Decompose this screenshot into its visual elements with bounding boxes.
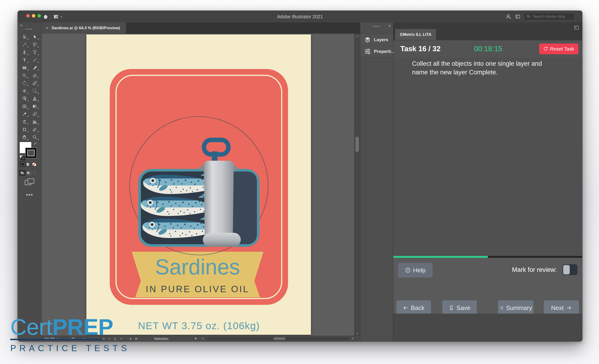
document-tab-strip: × Sardines.ai @ 64.3 % (RGB/Preview) bbox=[42, 22, 360, 34]
screen-mode-button[interactable] bbox=[25, 179, 34, 185]
reset-task-button[interactable]: Reset Task bbox=[539, 43, 579, 54]
tool-pen[interactable] bbox=[19, 48, 29, 56]
sliders-icon bbox=[364, 48, 371, 55]
save-button[interactable]: Save bbox=[442, 300, 477, 315]
scroll-left-icon[interactable] bbox=[201, 337, 204, 340]
label-subtitle: IN PURE OLIVE OIL bbox=[146, 284, 249, 294]
task-progress-fill bbox=[393, 256, 488, 258]
tool-symbol-sprayer[interactable] bbox=[19, 118, 29, 126]
tool-shaper[interactable] bbox=[19, 72, 29, 79]
tool-blend[interactable] bbox=[29, 110, 40, 118]
toolbar-drag-handle[interactable] bbox=[25, 28, 33, 30]
tool-paintbrush[interactable] bbox=[29, 64, 40, 72]
horizontal-scroll-thumb[interactable] bbox=[273, 337, 285, 340]
tool-line-segment[interactable] bbox=[29, 56, 40, 64]
panel-toggle-icon[interactable] bbox=[514, 13, 521, 20]
expand-dock-icon[interactable] bbox=[388, 24, 391, 28]
illustrator-window: Adobe Illustrator 2021 bbox=[18, 10, 582, 342]
task-instruction: Collect all the objects into one single … bbox=[412, 60, 559, 77]
edit-toolbar-icon[interactable]: ••• bbox=[18, 191, 41, 198]
gradient-button[interactable] bbox=[26, 162, 31, 167]
scroll-right-icon[interactable] bbox=[351, 337, 354, 340]
tool-hand[interactable] bbox=[19, 133, 29, 141]
layers-panel-button[interactable]: Layers bbox=[360, 34, 393, 45]
mark-for-review-label: Mark for review: bbox=[512, 266, 557, 273]
last-artboard-icon[interactable] bbox=[134, 337, 138, 340]
sardines-artwork: Sardines IN PURE OLIVE OIL bbox=[86, 35, 311, 335]
arrow-right-icon bbox=[566, 305, 572, 311]
gmetrix-header: Task 16 / 32 00:18:15 Reset Task bbox=[393, 40, 582, 58]
tool-free-transform[interactable] bbox=[29, 87, 40, 95]
watermark-brand-light: Cert bbox=[10, 314, 52, 340]
mark-for-review-toggle[interactable] bbox=[563, 264, 577, 275]
none-button[interactable] bbox=[31, 162, 37, 167]
tool-eyedropper[interactable] bbox=[19, 110, 29, 118]
summary-button[interactable]: Summary bbox=[498, 300, 533, 315]
tool-zoom[interactable] bbox=[29, 133, 40, 141]
color-button[interactable] bbox=[20, 162, 26, 167]
tool-selection[interactable] bbox=[19, 33, 29, 41]
tool-scale[interactable] bbox=[29, 79, 40, 87]
draw-inside-button[interactable] bbox=[32, 170, 38, 176]
dock-drag-handle[interactable] bbox=[373, 26, 380, 27]
status-menu-icon[interactable] bbox=[194, 337, 197, 340]
artboard[interactable]: Sardines IN PURE OLIVE OIL bbox=[86, 35, 311, 335]
back-button[interactable]: Back bbox=[396, 300, 431, 315]
gmetrix-body: Collect all the objects into one single … bbox=[393, 58, 582, 256]
panel-frame-icon[interactable] bbox=[574, 26, 579, 29]
gmetrix-footer bbox=[393, 314, 582, 341]
default-fill-stroke-icon[interactable] bbox=[20, 155, 24, 159]
horizontal-scrollbar[interactable] bbox=[206, 337, 350, 340]
swap-fill-stroke-icon[interactable] bbox=[33, 141, 37, 146]
scroll-down-icon[interactable] bbox=[356, 332, 359, 335]
certprep-watermark: CertPREP PRACTICE TESTS bbox=[10, 316, 130, 353]
tool-shape-builder[interactable] bbox=[19, 95, 29, 103]
tool-mesh[interactable] bbox=[19, 103, 29, 110]
tool-gradient[interactable] bbox=[29, 103, 40, 110]
tool-eraser[interactable] bbox=[29, 72, 40, 79]
tool-width[interactable] bbox=[19, 87, 29, 95]
help-search-field[interactable] bbox=[524, 13, 575, 20]
properties-panel-label: Properti… bbox=[374, 49, 396, 54]
stroke-swatch[interactable] bbox=[25, 147, 37, 158]
help-button[interactable]: Help bbox=[398, 263, 433, 277]
watermark-brand-bold: PREP bbox=[52, 314, 113, 340]
tool-curvature[interactable] bbox=[29, 48, 40, 56]
tool-magic-wand[interactable] bbox=[19, 41, 29, 48]
layers-panel-label: Layers bbox=[374, 37, 388, 42]
vertical-scroll-thumb[interactable] bbox=[355, 137, 359, 152]
search-icon bbox=[526, 14, 531, 19]
next-button[interactable]: Next bbox=[544, 300, 579, 315]
tool-rectangle[interactable] bbox=[19, 64, 29, 72]
vertical-scrollbar[interactable] bbox=[354, 34, 360, 336]
draw-normal-button[interactable] bbox=[19, 170, 26, 176]
canvas[interactable]: Sardines IN PURE OLIVE OIL bbox=[42, 34, 360, 336]
collapse-toolbar-icon[interactable] bbox=[20, 24, 23, 28]
tool-lasso[interactable] bbox=[29, 41, 40, 48]
watermark-tagline: PRACTICE TESTS bbox=[10, 343, 130, 353]
properties-panel-button[interactable]: Properti… bbox=[360, 45, 393, 57]
gmetrix-controls: Help Mark for review: Back Save Summa bbox=[393, 258, 582, 314]
tool-type[interactable] bbox=[19, 56, 29, 64]
tool-rotate[interactable] bbox=[19, 79, 29, 87]
document-tab-label: Sardines.ai @ 64.3 % (RGB/Preview) bbox=[52, 26, 120, 30]
tool-artboard[interactable] bbox=[19, 126, 29, 133]
gmetrix-tab[interactable]: GMetrix ILL LITA bbox=[395, 29, 436, 40]
scroll-up-icon[interactable] bbox=[356, 35, 359, 38]
document-tab[interactable]: × Sardines.ai @ 64.3 % (RGB/Preview) bbox=[42, 22, 126, 34]
current-tool-indicator: Selection bbox=[154, 336, 168, 341]
panel-dock: Layers Properti… bbox=[360, 22, 393, 341]
account-icon[interactable] bbox=[505, 13, 512, 20]
close-tab-icon[interactable]: × bbox=[46, 26, 48, 31]
task-progress-bar bbox=[393, 256, 582, 258]
tool-perspective-grid[interactable] bbox=[29, 95, 40, 103]
tool-direct-selection[interactable] bbox=[29, 33, 40, 41]
search-input[interactable] bbox=[532, 14, 568, 19]
toggle-knob bbox=[563, 265, 570, 274]
tool-column-graph[interactable] bbox=[29, 118, 40, 126]
document-area: × Sardines.ai @ 64.3 % (RGB/Preview) bbox=[42, 22, 360, 341]
draw-behind-button[interactable] bbox=[26, 170, 32, 176]
refresh-icon bbox=[543, 47, 548, 51]
tool-slice[interactable] bbox=[29, 126, 40, 133]
bookmark-icon bbox=[449, 305, 454, 311]
